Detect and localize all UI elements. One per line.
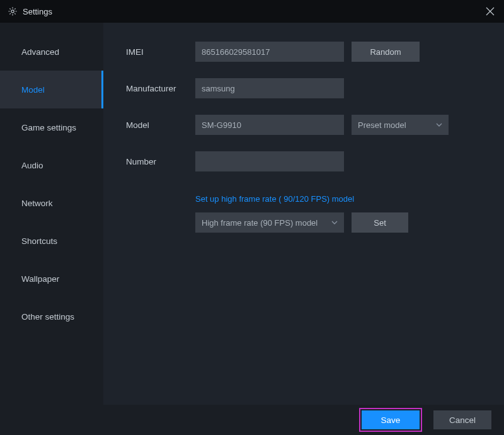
sidebar-item-label: Game settings [21,123,76,132]
frame-rate-select[interactable]: High frame rate (90 FPS) model [195,212,344,233]
model-field[interactable] [195,115,344,135]
sidebar-item-advanced[interactable]: Advanced [0,33,103,71]
sidebar-item-game-settings[interactable]: Game settings [0,108,103,146]
titlebar: Settings [0,0,504,23]
row-manufacturer: Manufacturer [126,78,491,98]
label-model: Model [126,120,195,130]
sidebar-item-audio[interactable]: Audio [0,146,103,184]
imei-field[interactable] [195,42,344,62]
content-panel: IMEI Random Manufacturer Model Preset mo… [103,23,504,405]
sidebar-item-label: Audio [21,161,43,170]
sidebar: Advanced Model Game settings Audio Netwo… [0,23,103,405]
sidebar-item-shortcuts[interactable]: Shortcuts [0,222,103,260]
cancel-button[interactable]: Cancel [433,410,491,429]
preset-model-select[interactable]: Preset model [352,115,449,135]
preset-model-label: Preset model [358,120,406,130]
number-field[interactable] [195,151,344,171]
svg-point-0 [11,10,14,13]
main-area: Advanced Model Game settings Audio Netwo… [0,23,504,405]
save-button-highlight: Save [359,408,422,432]
gear-icon [8,6,18,16]
set-button[interactable]: Set [352,212,408,233]
frame-rate-row: High frame rate (90 FPS) model Set [195,212,491,233]
frame-rate-select-label: High frame rate (90 FPS) model [202,218,318,228]
sidebar-item-model[interactable]: Model [0,71,103,108]
save-button[interactable]: Save [362,410,420,429]
chevron-down-icon [331,219,338,226]
sidebar-item-network[interactable]: Network [0,184,103,222]
chevron-down-icon [436,122,442,128]
manufacturer-field[interactable] [195,78,344,98]
sidebar-item-other-settings[interactable]: Other settings [0,298,103,335]
random-button[interactable]: Random [352,42,420,62]
sidebar-item-label: Model [21,85,45,95]
frame-rate-link[interactable]: Set up high frame rate ( 90/120 FPS) mod… [195,194,491,204]
footer: Save Cancel [0,405,504,435]
row-model: Model Preset model [126,115,491,135]
frame-rate-section: Set up high frame rate ( 90/120 FPS) mod… [195,194,491,233]
sidebar-item-label: Shortcuts [21,236,57,246]
sidebar-item-label: Wallpaper [21,274,59,284]
row-number: Number [126,151,491,171]
label-imei: IMEI [126,47,195,57]
sidebar-item-label: Other settings [21,312,74,322]
label-manufacturer: Manufacturer [126,84,195,93]
window-title: Settings [23,7,52,16]
titlebar-left: Settings [8,6,52,16]
sidebar-item-label: Advanced [21,47,59,57]
label-number: Number [126,157,195,166]
sidebar-item-wallpaper[interactable]: Wallpaper [0,260,103,298]
sidebar-item-label: Network [21,199,53,208]
close-icon[interactable] [484,5,496,18]
row-imei: IMEI Random [126,42,491,62]
